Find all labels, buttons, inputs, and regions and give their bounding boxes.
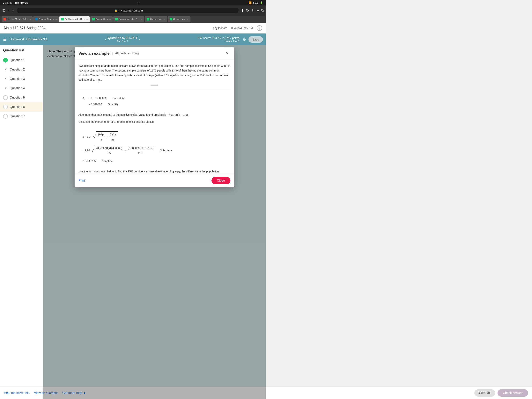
status-bar: 2:14 AM Tue May 21 ··· 📶 50% 🔋 bbox=[0, 0, 266, 6]
q4-status-icon: ✗ bbox=[3, 86, 8, 90]
modal-divider-1 bbox=[78, 89, 230, 89]
tabs-icon[interactable]: ⧉ bbox=[261, 9, 264, 13]
tabs-bar: L.Louie_Math 119-9... ✕ Pearson Sign In … bbox=[0, 16, 266, 23]
main-content: Question list ✓ Question 1 ✗ Question 2 … bbox=[0, 45, 266, 399]
tab-label-ch2: Course Hero bbox=[150, 18, 162, 20]
help-me-solve-button[interactable]: Help me solve this bbox=[4, 391, 29, 395]
hw-title: Homework: Homework 9.1 bbox=[10, 38, 48, 41]
example-modal: View an example | All parts showing ✕ Tw… bbox=[75, 47, 234, 187]
hw-nav: ‹ Question 6, 9.1.26-T Part 1 of 7 › bbox=[105, 36, 140, 43]
tab-icon-ch1 bbox=[92, 18, 95, 20]
page-title: Math 119-571 Spring 2024 bbox=[4, 26, 45, 30]
settings-icon[interactable]: ⚙ bbox=[243, 37, 246, 42]
tab-label-ch1: Course Hero bbox=[96, 18, 108, 20]
e-formula-row: E = zα/2 √ p̂₁q̂₁ n₁ + bbox=[82, 131, 227, 143]
hw-score-label: HW Score: 31.46%, 2.2 of 7 points bbox=[198, 36, 240, 39]
sidebar-item-q3[interactable]: ✗ Question 3 bbox=[0, 74, 43, 84]
q1-status-icon: ✓ bbox=[3, 58, 8, 63]
tab-course-hero-2[interactable]: Course Hero ✕ bbox=[145, 16, 167, 22]
q6-status-icon bbox=[3, 105, 8, 109]
tab-close-hw-help[interactable]: ✕ bbox=[141, 18, 142, 20]
status-left: 2:14 AM Tue May 21 bbox=[3, 1, 28, 4]
new-tab-icon[interactable]: + bbox=[257, 9, 259, 13]
date-time: 05/20/24 5:15 PM bbox=[231, 26, 253, 30]
tab-close-ch1[interactable]: ✕ bbox=[109, 18, 111, 20]
modal-close-button[interactable]: ✕ bbox=[224, 50, 230, 57]
next-question-button[interactable]: › bbox=[139, 37, 140, 42]
tab-icon-ch3 bbox=[170, 18, 172, 20]
battery-level: 50% bbox=[253, 1, 258, 4]
tab-icon-ch2 bbox=[147, 18, 149, 20]
q1-label: Question 1 bbox=[10, 58, 25, 62]
tab-icon-louie bbox=[4, 18, 6, 20]
tab-pearson-signin[interactable]: Pearson Sign In ✕ bbox=[33, 16, 59, 22]
tab-icon-homework bbox=[61, 18, 64, 20]
username: aby leonard bbox=[213, 26, 227, 30]
browser-chrome: ⊡ ‹ › 🔒 mylab.pearson.com ⬆ ↻ ⬇ + ⧉ bbox=[0, 6, 266, 16]
download-icon[interactable]: ⬇ bbox=[251, 8, 254, 13]
tab-label-ch3: Course Hero bbox=[173, 18, 185, 20]
prev-question-button[interactable]: ‹ bbox=[105, 37, 106, 42]
browser-nav: ‹ › bbox=[8, 8, 15, 13]
tab-label-pearson: Pearson Sign In bbox=[38, 18, 54, 20]
tab-icon-pearson bbox=[35, 18, 38, 20]
tab-close-louie[interactable]: ✕ bbox=[29, 18, 31, 20]
share-icon[interactable]: ⬆ bbox=[241, 8, 244, 13]
q5-label: Question 5 bbox=[10, 96, 25, 99]
lock-icon: 🔒 bbox=[114, 9, 117, 12]
tab-homework-help[interactable]: Homework Help - Q... ✕ bbox=[113, 16, 144, 22]
close-button[interactable]: Close bbox=[211, 177, 230, 184]
tab-close-homework[interactable]: ✕ bbox=[86, 18, 88, 20]
back-button[interactable]: ‹ bbox=[8, 8, 10, 13]
hw-score-value: 31.46%, 2.2 of 7 points bbox=[212, 36, 240, 39]
sidebar: Question list ✓ Question 1 ✗ Question 2 … bbox=[0, 45, 43, 399]
sidebar-item-q6[interactable]: Question 6 bbox=[0, 102, 43, 112]
tab-close-ch3[interactable]: ✕ bbox=[187, 18, 189, 20]
page-header: Math 119-571 Spring 2024 aby leonard 05/… bbox=[0, 23, 266, 33]
save-button[interactable]: Save bbox=[248, 36, 263, 43]
sidebar-item-q5[interactable]: Question 5 bbox=[0, 93, 43, 102]
forward-button[interactable]: › bbox=[12, 8, 15, 13]
q3-label: Question 3 bbox=[10, 77, 25, 81]
hw-name: Homework 9.1 bbox=[26, 38, 47, 41]
hw-menu-icon[interactable]: ☰ bbox=[3, 37, 7, 42]
hw-score-block: HW Score: 31.46%, 2.2 of 7 points Points… bbox=[198, 36, 240, 42]
formula-q2-hat: q̂₂ bbox=[82, 96, 85, 101]
sidebar-item-q1[interactable]: ✓ Question 1 bbox=[0, 56, 43, 65]
q3-status-icon: ✗ bbox=[3, 77, 8, 81]
wifi-icon: 📶 bbox=[248, 1, 252, 4]
modal-title: View an example bbox=[78, 51, 110, 56]
question-subtitle: Part 1 of 7 bbox=[108, 40, 137, 43]
tab-close-ch2[interactable]: ✕ bbox=[164, 18, 165, 20]
substitute-row: = 1.96 √ (0.509091)(0.490909) 55 + bbox=[82, 145, 227, 156]
status-right: 📶 50% 🔋 bbox=[248, 1, 263, 4]
sidebar-item-q2[interactable]: ✗ Question 2 bbox=[0, 65, 43, 74]
tab-louie-math[interactable]: L.Louie_Math 119-9... ✕ bbox=[1, 16, 33, 22]
modal-header: View an example | All parts showing ✕ bbox=[75, 47, 234, 60]
tab-course-hero-1[interactable]: Course Hero ✕ bbox=[90, 16, 113, 22]
tab-course-hero-3[interactable]: Course Hero ✕ bbox=[168, 16, 190, 22]
browser-actions: ⬆ ↻ ⬇ + ⧉ bbox=[241, 8, 264, 13]
day: Tue May 21 bbox=[15, 1, 28, 4]
url-text: mylab.pearson.com bbox=[119, 9, 143, 12]
print-button[interactable]: Print bbox=[78, 179, 85, 182]
header-right: aby leonard 05/20/24 5:15 PM ? bbox=[213, 25, 262, 31]
sidebar-item-q7[interactable]: Question 7 bbox=[0, 112, 43, 121]
modal-overlay: View an example | All parts showing ✕ Tw… bbox=[43, 45, 266, 399]
modal-subtitle: All parts showing bbox=[115, 52, 139, 55]
q2-label: Question 2 bbox=[10, 68, 25, 71]
question-info: Question 6, 9.1.26-T Part 1 of 7 bbox=[108, 36, 137, 43]
q5-status-icon bbox=[3, 95, 8, 100]
refresh-icon[interactable]: ↻ bbox=[246, 8, 249, 13]
sidebar-item-q4[interactable]: ✗ Question 4 bbox=[0, 84, 43, 93]
hw-header: ☰ Homework: Homework 9.1 ‹ Question 6, 9… bbox=[0, 33, 266, 45]
modal-separator: | bbox=[112, 51, 113, 56]
sidebar-toggle-button[interactable]: ⊡ bbox=[2, 8, 5, 13]
url-bar[interactable]: 🔒 mylab.pearson.com bbox=[17, 8, 239, 13]
hw-points-value: 0 of 1 bbox=[233, 39, 240, 42]
tab-close-pearson[interactable]: ✕ bbox=[55, 18, 57, 20]
battery-icon: 🔋 bbox=[260, 1, 263, 4]
simplify-row: = 0.133705 Simplify. bbox=[82, 159, 227, 164]
tab-do-homework[interactable]: Do Homework - Ho... ✕ bbox=[59, 16, 90, 22]
help-icon[interactable]: ? bbox=[257, 25, 262, 31]
